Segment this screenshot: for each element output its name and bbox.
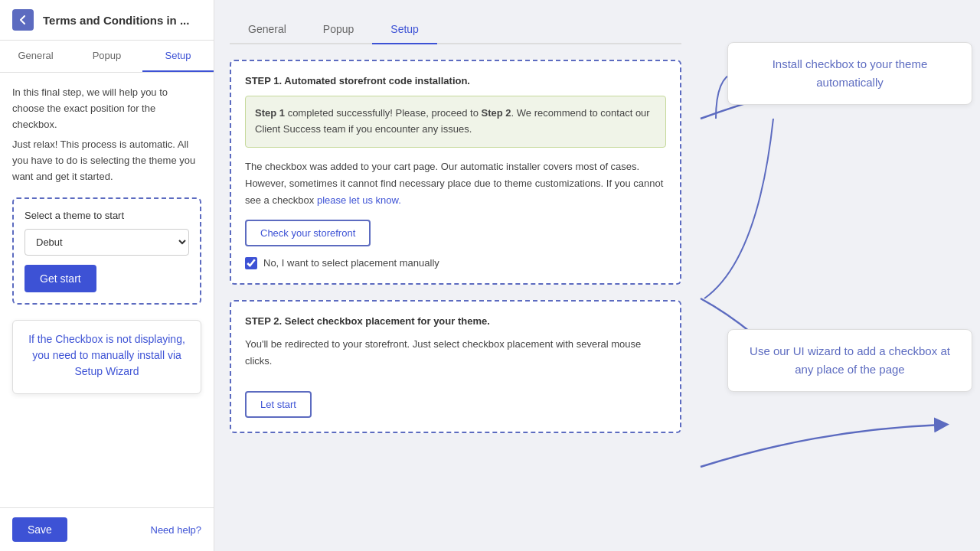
theme-select-dropdown[interactable]: Debut Minimal Brooklyn Narrative: [24, 229, 189, 256]
sidebar-body-text-2: Just relax! This process is automatic. A…: [12, 137, 201, 184]
annotation-text-1: Install checkbox to your theme automatic…: [743, 55, 956, 92]
step1-title: STEP 1. Automated storefront code instal…: [245, 75, 666, 86]
main-content: General Popup Setup STEP 1. Automated st…: [214, 0, 697, 551]
main-tabs: General Popup Setup: [230, 15, 681, 44]
step1-success-text: Step 1 completed successfully! Please, p…: [255, 107, 650, 135]
step2-body: You'll be redirected to your storefront.…: [245, 336, 666, 370]
sidebar-tab-setup[interactable]: Setup: [142, 41, 214, 72]
sidebar-footer: Save Need help?: [0, 507, 214, 551]
sidebar: Terms and Conditions in ... General Popu…: [0, 0, 214, 551]
sidebar-body-text-1: In this final step, we will help you to …: [12, 85, 201, 132]
theme-select-section: Select a theme to start Debut Minimal Br…: [12, 197, 201, 305]
sidebar-tabs: General Popup Setup: [0, 41, 214, 73]
annotation-text-2: Use our UI wizard to add a checkbox at a…: [743, 342, 956, 379]
main-tab-setup[interactable]: Setup: [372, 15, 437, 44]
step2-card: STEP 2. Select checkbox placement for yo…: [230, 300, 681, 433]
sidebar-content: In this final step, we will help you to …: [0, 73, 214, 507]
let-start-button[interactable]: Let start: [245, 391, 312, 418]
sidebar-header: Terms and Conditions in ...: [0, 0, 214, 41]
manual-placement-row: No, I want to select placement manually: [245, 257, 666, 269]
back-button[interactable]: [12, 9, 34, 31]
check-storefront-button[interactable]: Check your storefront: [245, 220, 371, 246]
main-tab-general[interactable]: General: [230, 15, 305, 44]
step1-card: STEP 1. Automated storefront code instal…: [230, 60, 681, 285]
step1-success-box: Step 1 completed successfully! Please, p…: [245, 96, 666, 148]
get-start-button[interactable]: Get start: [24, 265, 96, 292]
main-area: General Popup Setup STEP 1. Automated st…: [214, 0, 980, 551]
please-let-us-know-link[interactable]: please let us know.: [317, 194, 401, 206]
step2-title: STEP 2. Select checkbox placement for yo…: [245, 315, 666, 327]
manual-install-text: If the Checkbox is not displaying, you n…: [25, 331, 188, 380]
sidebar-tab-general[interactable]: General: [0, 41, 71, 72]
annotation-box-2: Use our UI wizard to add a checkbox at a…: [727, 329, 972, 392]
manual-install-tooltip: If the Checkbox is not displaying, you n…: [12, 320, 201, 394]
step1-body: The checkbox was added to your cart page…: [245, 158, 666, 209]
step1-bold1: Step 1: [255, 107, 285, 119]
main-tab-popup[interactable]: Popup: [305, 15, 372, 44]
sidebar-tab-popup[interactable]: Popup: [71, 41, 142, 72]
annotation-box-1: Install checkbox to your theme automatic…: [727, 42, 972, 105]
theme-select-label: Select a theme to start: [24, 210, 189, 221]
manual-placement-checkbox[interactable]: [245, 257, 257, 269]
annotations-panel: Install checkbox to your theme automatic…: [697, 0, 980, 551]
save-button[interactable]: Save: [12, 517, 67, 542]
manual-placement-label: No, I want to select placement manually: [263, 257, 439, 269]
sidebar-title: Terms and Conditions in ...: [43, 14, 189, 27]
step1-bold2: Step 2: [482, 107, 511, 119]
need-help-link[interactable]: Need help?: [151, 524, 202, 536]
